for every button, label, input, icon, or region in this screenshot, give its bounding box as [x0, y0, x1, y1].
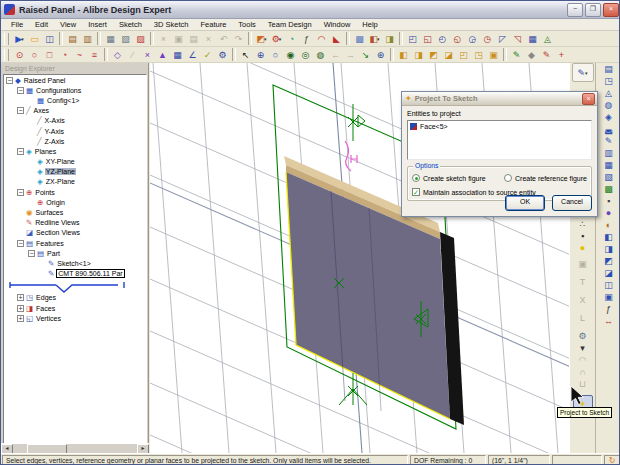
pattern-icon[interactable]: ▦ — [525, 32, 540, 46]
view-top-icon[interactable]: ◰ — [456, 48, 471, 62]
open-file-icon[interactable]: ▭ — [27, 32, 42, 46]
collapse-box[interactable]: − — [28, 250, 35, 257]
view-right-icon[interactable]: ◪ — [441, 48, 456, 62]
cube-3-icon[interactable]: ◩ — [600, 255, 618, 267]
menu-view[interactable]: View — [54, 20, 82, 29]
paste-icon[interactable]: ▤ — [186, 32, 201, 46]
edit-sketch-icon[interactable]: ✎▾ — [572, 63, 594, 82]
reference-icon[interactable]: ◈ — [600, 111, 618, 123]
collapse-box[interactable]: − — [17, 148, 24, 155]
sketch-offset-icon[interactable]: ≡ — [87, 48, 102, 62]
revolve-boss-icon[interactable]: ◴ — [435, 32, 450, 46]
x-tool-icon[interactable]: X — [574, 294, 592, 306]
notebook-icon[interactable]: ▤ — [600, 63, 618, 75]
entities-listbox[interactable]: Face<5> — [407, 120, 592, 160]
collapse-box[interactable]: − — [17, 240, 24, 247]
entity-list-item[interactable]: Face<5> — [410, 123, 589, 130]
view-left-icon[interactable]: ◩ — [426, 48, 441, 62]
grid-settings-icon[interactable]: ▦ — [170, 48, 185, 62]
tree-item-x-axis[interactable]: ╱X-Axis — [4, 116, 146, 126]
extrude-boss-icon[interactable]: ◰ — [405, 32, 420, 46]
expand-box[interactable]: + — [17, 294, 24, 301]
view-globe-icon[interactable]: ⊛ — [373, 48, 388, 62]
delete-icon[interactable]: × — [201, 32, 216, 46]
globe-icon[interactable]: ◍ — [600, 99, 618, 111]
dimension-tool-icon[interactable]: ∠ — [185, 48, 200, 62]
tree-item-axes[interactable]: −╱Axes — [4, 106, 146, 116]
dialog-title-bar[interactable]: ✦ Project To Sketch × — [402, 92, 597, 106]
list-icon[interactable]: ▦ — [600, 159, 618, 171]
view-bottom-icon[interactable]: ◳ — [471, 48, 486, 62]
select-arrow-icon[interactable]: ↖ — [238, 48, 253, 62]
export-icon[interactable]: ▥ — [80, 32, 95, 46]
tree-item-surfaces[interactable]: ◉Surfaces — [4, 207, 146, 217]
measure-icon[interactable]: ↘ — [358, 48, 373, 62]
menu-3d-sketch[interactable]: 3D Sketch — [148, 20, 195, 29]
sketch-arc-icon[interactable]: ◔ — [57, 48, 72, 62]
part-cube-icon[interactable]: ◳ — [600, 75, 618, 87]
dims-icon[interactable]: ↔ — [600, 315, 618, 327]
tree-item-zx-plane[interactable]: ◈ZX-Plane — [4, 177, 146, 187]
collapse-box[interactable]: − — [6, 77, 13, 84]
fx-icon[interactable]: ƒ — [600, 303, 618, 315]
view-front-icon[interactable]: ◧ — [396, 48, 411, 62]
sketch-point-icon[interactable]: ⊙ — [12, 48, 27, 62]
import-icon[interactable]: ▤ — [65, 32, 80, 46]
tree-item-faces[interactable]: +◨Faces — [4, 303, 146, 313]
hand-icon[interactable]: ◐ — [600, 219, 618, 231]
render-icon[interactable]: ▩ — [352, 32, 367, 46]
feature-tree[interactable]: −◆Raised Panel−▦Configurations▦Config<1>… — [3, 74, 147, 444]
menu-file[interactable]: File — [5, 20, 29, 29]
redline-pen-icon[interactable]: ✎ — [539, 48, 554, 62]
collapse-box[interactable]: − — [17, 87, 24, 94]
tree-item-xy-plane[interactable]: ◈XY-Plane — [4, 157, 146, 167]
constraint-icon[interactable]: ◔ — [284, 32, 299, 46]
toolbar-drag-handle[interactable] — [4, 33, 9, 45]
material-icon[interactable]: ◧▾ — [367, 32, 382, 46]
small-dot-icon[interactable]: ▪ — [574, 230, 592, 242]
menu-edit[interactable]: Edit — [29, 20, 54, 29]
zoom-fit-icon[interactable]: ◍ — [313, 48, 328, 62]
ok-button[interactable]: OK — [505, 195, 545, 211]
extrude-cut-icon[interactable]: ◱ — [420, 32, 435, 46]
section-tool-icon[interactable]: ◨ — [382, 32, 397, 46]
sketch-spline-icon[interactable]: ~ — [72, 48, 87, 62]
view-iso-icon[interactable]: ▣ — [486, 48, 501, 62]
cut-icon[interactable]: × — [156, 32, 171, 46]
fillet-icon[interactable]: ◠ — [314, 32, 329, 46]
minimize-button[interactable]: − — [567, 3, 583, 17]
sketch-mirror-icon[interactable]: × — [140, 48, 155, 62]
close-button[interactable]: × — [603, 3, 619, 17]
convert-entities-icon[interactable]: ▲ — [155, 48, 170, 62]
menu-sketch[interactable]: Sketch — [113, 20, 148, 29]
print-preview-icon[interactable]: ▧ — [118, 32, 133, 46]
save-icon[interactable]: ◫ — [42, 32, 57, 46]
jog-icon[interactable]: ◛ — [600, 123, 618, 135]
cube-2-icon[interactable]: ◨ — [600, 243, 618, 255]
loft-icon[interactable]: ◷ — [480, 32, 495, 46]
cancel-button[interactable]: Cancel — [552, 195, 592, 211]
menu-feature[interactable]: Feature — [194, 20, 232, 29]
sketch-rectangle-icon[interactable]: □ — [42, 48, 57, 62]
gear-icon[interactable]: ⚙ — [574, 330, 592, 342]
boxes-icon[interactable]: ▣ — [600, 291, 618, 303]
tree-item-edges[interactable]: +◳Edges — [4, 293, 146, 303]
insert-line-icon[interactable]: ∕ — [125, 48, 140, 62]
zoom-in-icon[interactable]: ◉ — [283, 48, 298, 62]
dome-icon[interactable]: ◠ — [574, 354, 592, 366]
warning-dot-icon[interactable]: ● — [574, 242, 592, 254]
tree-item-part[interactable]: −▤Part — [4, 248, 146, 258]
tree-item-planes[interactable]: −◈Planes — [4, 146, 146, 156]
sweep-icon[interactable]: ◶ — [465, 32, 480, 46]
tree-item-section-views[interactable]: ◪Section Views — [4, 228, 146, 238]
claw-icon[interactable]: ◬ — [600, 87, 618, 99]
tree-item-config-1[interactable]: ▦Config<1> — [4, 95, 146, 105]
insert-plane-icon[interactable]: ◇ — [110, 48, 125, 62]
radio-selected-icon[interactable] — [412, 174, 420, 182]
collapse-box[interactable]: − — [17, 189, 24, 196]
restore-button[interactable]: ❐ — [585, 3, 601, 17]
tree-item-redline-views[interactable]: ✎Redline Views — [4, 218, 146, 228]
drop-arrow-icon[interactable]: ▾ — [574, 342, 592, 354]
orbit-icon[interactable]: ○ — [268, 48, 283, 62]
mechanism-icon[interactable]: ⚙ — [215, 48, 230, 62]
